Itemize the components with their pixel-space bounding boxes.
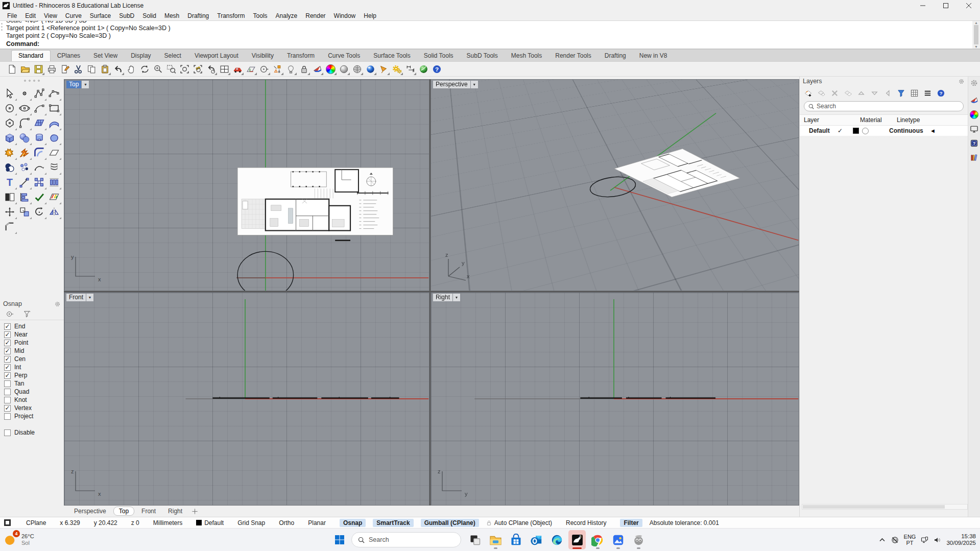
help-icon[interactable]: ? <box>432 64 442 74</box>
viewport-right[interactable]: Right▼ z y <box>431 292 799 506</box>
viewport-top-label[interactable]: Top▼ <box>66 81 89 88</box>
pan-view-icon[interactable] <box>127 64 136 74</box>
viewport-tab-top[interactable]: Top <box>113 507 134 516</box>
layer-menu-icon[interactable] <box>923 89 932 98</box>
polyline-icon[interactable] <box>34 88 45 99</box>
menu-solid[interactable]: Solid <box>138 12 160 20</box>
status-cplane[interactable]: CPlane <box>26 519 46 526</box>
point-cloud-icon[interactable] <box>19 162 30 173</box>
layer-color-swatch[interactable] <box>853 128 859 134</box>
viewport-layout-icon[interactable] <box>220 64 229 74</box>
curve-arrow-icon[interactable] <box>34 162 45 173</box>
layer-help-icon[interactable]: ? <box>937 89 945 98</box>
menu-edit[interactable]: Edit <box>21 12 40 20</box>
osnap-toggle-near[interactable]: ✓Near <box>4 330 64 339</box>
toolbar-tab-set-view[interactable]: Set View <box>87 51 124 61</box>
tray-chevron-icon[interactable] <box>878 536 886 544</box>
checkbox-unchecked[interactable] <box>4 413 11 420</box>
zoom-extents-icon[interactable] <box>180 64 189 74</box>
copy-icon[interactable] <box>87 64 97 74</box>
layer-filter-icon[interactable] <box>897 89 905 98</box>
checkbox-unchecked[interactable] <box>4 380 11 387</box>
taskbar-search[interactable]: Search <box>351 532 461 547</box>
osnap-toggle-quad[interactable]: Quad <box>4 388 64 396</box>
help-tab-icon[interactable]: ? <box>970 139 978 148</box>
viewport-tab-front[interactable]: Front <box>136 507 161 515</box>
checkbox-unchecked[interactable] <box>4 429 11 436</box>
viewport-perspective[interactable]: Perspective▼ z y x <box>431 79 799 291</box>
circle-tool-icon[interactable] <box>4 103 15 114</box>
status-absolute-tolerance-0-001[interactable]: Absolute tolerance: 0.001 <box>650 519 719 526</box>
toolbar-tab-subd-tools[interactable]: SubD Tools <box>460 51 505 61</box>
checkbox-checked[interactable]: ✓ <box>4 356 11 363</box>
viewport-top[interactable]: Top▼ y x <box>64 79 429 291</box>
viewport-front-label[interactable]: Front▼ <box>66 294 93 301</box>
minimize-button[interactable] <box>911 0 934 11</box>
copy-objects-icon[interactable] <box>19 206 30 218</box>
selection-filter-icon[interactable] <box>273 64 282 74</box>
layer-row-default[interactable]: Default ✓ Continuous ◄ <box>800 126 968 136</box>
checkbox-checked[interactable]: ✓ <box>4 372 11 379</box>
layer-expand-arrow[interactable]: ◄ <box>930 128 936 134</box>
osnap-toggle-perp[interactable]: ✓Perp <box>4 371 64 379</box>
render-icon[interactable] <box>313 64 322 74</box>
arc-tool-icon[interactable] <box>34 103 45 114</box>
explode-tool-icon[interactable] <box>4 147 15 158</box>
rectangle-tool-icon[interactable] <box>49 103 60 114</box>
menu-render[interactable]: Render <box>301 12 329 20</box>
display-colors-icon[interactable] <box>326 64 336 74</box>
toolbar-tab-drafting[interactable]: Drafting <box>598 51 633 61</box>
taskbar-app-outlook[interactable] <box>528 530 545 549</box>
print-icon[interactable] <box>47 64 57 74</box>
monitor-tab-icon[interactable] <box>970 125 978 133</box>
status-millimeters[interactable]: Millimeters <box>153 519 182 526</box>
cplane-icon[interactable] <box>246 64 256 74</box>
viewport-right-label[interactable]: Right▼ <box>433 294 460 301</box>
viewport-tab-right[interactable]: Right <box>163 507 187 515</box>
taskbar-app-gimp[interactable] <box>630 530 647 549</box>
group-tool-icon[interactable] <box>34 177 45 188</box>
save-file-icon[interactable] <box>34 64 43 74</box>
named-view-icon[interactable] <box>233 64 243 74</box>
checkbox-checked[interactable]: ✓ <box>4 348 11 354</box>
status-planar[interactable]: Planar <box>308 519 326 526</box>
layers-hscrollbar[interactable] <box>802 504 968 510</box>
status-record-history[interactable]: Record History <box>566 519 606 526</box>
menu-view[interactable]: View <box>40 12 61 20</box>
sphere-tool-icon[interactable] <box>19 132 30 143</box>
language-indicator[interactable]: ENGPT <box>904 534 916 546</box>
options-gears-icon[interactable] <box>392 64 402 74</box>
grasshopper-icon[interactable] <box>419 64 428 74</box>
checkbox-unchecked[interactable] <box>4 397 11 403</box>
library-tab-icon[interactable] <box>970 153 978 162</box>
toolbar-tab-new-in-v8[interactable]: New in V8 <box>633 51 674 61</box>
cut-icon[interactable] <box>74 64 83 74</box>
new-sublayer-icon[interactable] <box>817 89 826 98</box>
edit-properties-icon[interactable] <box>60 64 70 74</box>
duplicate-layer-icon[interactable] <box>844 89 852 98</box>
gear-icon[interactable] <box>958 78 965 85</box>
status-auto-cplane-object-[interactable]: Auto CPlane (Object) <box>486 519 552 526</box>
render-preview-icon[interactable] <box>366 64 375 74</box>
sweep-surface-icon[interactable] <box>49 117 60 129</box>
new-viewport-icon[interactable] <box>192 508 198 515</box>
current-layer-check[interactable]: ✓ <box>838 127 853 134</box>
ghosted-viewport-icon[interactable] <box>352 64 362 74</box>
osnap-toggle-project[interactable]: Project <box>4 412 64 420</box>
osnap-points-tab-icon[interactable] <box>5 310 14 318</box>
open-file-icon[interactable] <box>20 64 30 74</box>
panel-toggle-icon[interactable] <box>4 519 11 526</box>
toolbar-tab-cplanes[interactable]: CPlanes <box>51 51 87 61</box>
fillet-edge-icon[interactable] <box>34 147 45 158</box>
checkbox-unchecked[interactable] <box>4 389 11 395</box>
zoom-window-icon[interactable] <box>166 64 176 74</box>
chamfer-tool-icon[interactable] <box>4 221 15 232</box>
delete-layer-icon[interactable] <box>830 89 839 98</box>
toolbar-tab-viewport-layout[interactable]: Viewport Layout <box>188 51 245 61</box>
status-z-0[interactable]: z 0 <box>131 519 139 526</box>
zoom-dynamic-icon[interactable] <box>153 64 163 74</box>
menu-help[interactable]: Help <box>360 12 380 20</box>
revolve-tool-icon[interactable] <box>34 132 45 143</box>
control-point-curve-icon[interactable] <box>49 88 60 99</box>
taskbar-app-rhino-app[interactable]: 8 <box>568 530 586 549</box>
